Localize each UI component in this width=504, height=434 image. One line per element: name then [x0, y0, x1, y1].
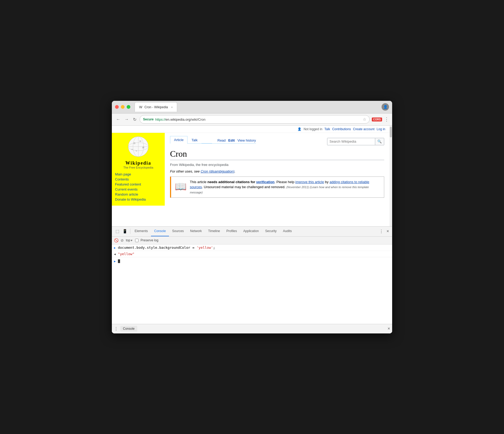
wiki-logo: Ω W 維 ъ ω	[115, 136, 162, 158]
tab-talk[interactable]: Talk	[187, 136, 201, 144]
wiki-nav-links: Main page Contents Featured content Curr…	[115, 172, 162, 201]
tab-article[interactable]: Article	[170, 136, 187, 144]
devtools-cursor-tool[interactable]: ⬚	[114, 227, 121, 236]
minimize-window-button[interactable]	[121, 105, 125, 109]
title-bar: W Cron - Wikipedia × 👤	[112, 101, 392, 114]
wiki-search-input[interactable]	[327, 138, 375, 145]
action-view-history[interactable]: View history	[237, 138, 256, 142]
devtools-tab-sources[interactable]: Sources	[169, 227, 187, 236]
traffic-lights	[115, 105, 130, 109]
devtools-close-button[interactable]: ×	[386, 228, 390, 235]
disambig-notice: For other uses, see Cron (disambiguation…	[170, 169, 384, 173]
console-level-label: top	[126, 238, 130, 242]
preserve-log-checkbox[interactable]	[135, 239, 139, 242]
url-bar[interactable]: Secure https://en.wikipedia.org/wiki/Cro…	[140, 115, 370, 124]
devtools-mobile-tool[interactable]: 📱	[121, 227, 129, 236]
devtools-tab-timeline[interactable]: Timeline	[205, 227, 223, 236]
page-scrollbar[interactable]	[390, 126, 392, 226]
svg-text:維: 維	[142, 146, 144, 149]
wiki-body: Ω W 維 ъ ω Wikipedia The Free Encyclopedi…	[112, 133, 390, 206]
secure-label: Secure	[143, 117, 154, 121]
refresh-button[interactable]: ↻	[132, 116, 138, 123]
devtools-tab-console[interactable]: Console	[151, 227, 169, 236]
wiki-header: 👤 Not logged in Talk Contributions Creat…	[112, 126, 390, 133]
devtools-bottom-close-button[interactable]: ×	[388, 326, 390, 331]
devtools-tab-profiles[interactable]: Profiles	[223, 227, 240, 236]
wiki-search-box[interactable]: 🔍	[327, 138, 384, 145]
browser-window: W Cron - Wikipedia × 👤 ← → ↻ Secure http…	[112, 101, 392, 333]
devtools-tab-audits[interactable]: Audits	[280, 227, 295, 236]
preserve-log-label[interactable]: Preserve log	[135, 238, 158, 242]
browser-menu-button[interactable]: ⋮	[384, 116, 389, 122]
page-wrapper: 👤 Not logged in Talk Contributions Creat…	[112, 126, 392, 226]
devtools-tab-network[interactable]: Network	[187, 227, 205, 236]
bookmark-icon[interactable]: ☆	[363, 117, 366, 122]
page-title: Cron	[170, 149, 384, 160]
console-cursor	[118, 259, 120, 263]
console-prompt-line[interactable]: ▶	[112, 257, 392, 265]
close-window-button[interactable]	[115, 105, 119, 109]
tab-title: Cron - Wikipedia	[144, 105, 168, 109]
url-path: /wiki/Cron	[190, 117, 205, 121]
nav-featured-content[interactable]: Featured content	[115, 182, 162, 186]
wiki-logo-subtitle: The Free Encyclopedia	[115, 166, 162, 169]
notice-icon: 📖	[175, 179, 187, 195]
scrollbar-thumb[interactable]	[390, 127, 392, 137]
nav-current-events[interactable]: Current events	[115, 187, 162, 191]
forward-button[interactable]: →	[123, 116, 130, 123]
wiki-notice-box: 📖 This article needs additional citation…	[170, 177, 384, 198]
nav-random-article[interactable]: Random article	[115, 192, 162, 196]
disambig-suffix: .	[235, 169, 236, 173]
preserve-log-text: Preserve log	[141, 238, 158, 242]
back-button[interactable]: ←	[115, 116, 121, 123]
action-read[interactable]: Read	[217, 138, 226, 142]
url-protocol: https://	[155, 117, 166, 121]
notice-improve-link[interactable]: improve this article	[295, 180, 324, 184]
wiki-search-button[interactable]: 🔍	[375, 138, 384, 145]
console-level-top[interactable]: top ▼	[126, 238, 133, 242]
console-filter-icon[interactable]: ⊘	[121, 238, 124, 242]
devtools-bottom-bar: ⋮ Console ×	[112, 324, 392, 333]
tab-close-button[interactable]: ×	[171, 106, 173, 109]
disambig-link[interactable]: Cron (disambiguation)	[201, 169, 235, 173]
notice-text: This article needs additional citations …	[190, 179, 380, 195]
devtools-bottom-menu-button[interactable]: ⋮	[114, 326, 118, 331]
devtools-console-content: ▶ document.body.style.backgroundColor = …	[112, 245, 392, 324]
devtools-separator	[130, 229, 130, 234]
wikipedia-globe: Ω W 維 ъ ω	[128, 136, 149, 157]
address-bar: ← → ↻ Secure https://en.wikipedia.org/wi…	[112, 114, 392, 126]
disambig-prefix: For other uses, see	[170, 169, 201, 173]
notice-verification-link[interactable]: verification	[256, 180, 274, 184]
tab-favicon: W	[139, 105, 142, 109]
log-in-link[interactable]: Log in	[377, 127, 385, 131]
devtools-tab-security[interactable]: Security	[262, 227, 280, 236]
profile-button[interactable]: 👤	[382, 103, 389, 111]
cors-badge: CORS	[372, 117, 382, 121]
wiki-main: Article Talk Read Edit View history	[165, 133, 390, 206]
browser-tab[interactable]: W Cron - Wikipedia ×	[135, 102, 177, 112]
maximize-window-button[interactable]	[127, 105, 130, 109]
console-input-chevron: ▶	[114, 246, 116, 250]
nav-main-page[interactable]: Main page	[115, 172, 162, 176]
wiki-from-text: From Wikipedia, the free encyclopedia	[170, 163, 384, 167]
talk-link[interactable]: Talk	[324, 127, 330, 131]
devtools-tab-elements[interactable]: Elements	[131, 227, 151, 236]
nav-contents[interactable]: Contents	[115, 177, 162, 181]
contributions-link[interactable]: Contributions	[332, 127, 351, 131]
console-prompt-chevron: ▶	[114, 260, 116, 263]
svg-text:ω: ω	[131, 148, 133, 150]
devtools-more-button[interactable]: ⋮	[378, 228, 384, 235]
console-input-line: ▶ document.body.style.backgroundColor = …	[112, 245, 392, 251]
nav-donate[interactable]: Donate to Wikipedia	[115, 197, 162, 201]
console-clear-button[interactable]: 🚫	[114, 238, 118, 242]
create-account-link[interactable]: Create account	[353, 127, 374, 131]
console-output-line: ◀ "yellow"	[112, 251, 392, 257]
action-edit[interactable]: Edit	[228, 138, 235, 142]
devtools-toolbar: ⬚ 📱 Elements Console Sources Network Tim…	[112, 227, 392, 237]
new-tab-button[interactable]	[178, 103, 191, 110]
wiki-logo-text: Wikipedia	[115, 160, 162, 166]
svg-text:W: W	[139, 140, 141, 142]
devtools-tab-application[interactable]: Application	[240, 227, 262, 236]
svg-text:ъ: ъ	[136, 150, 137, 152]
tab-bar: W Cron - Wikipedia ×	[135, 102, 382, 112]
